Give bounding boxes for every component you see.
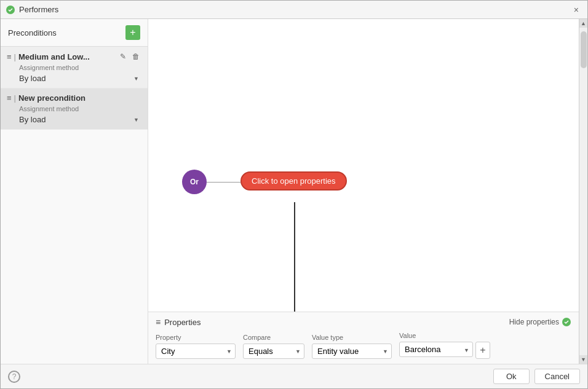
precondition-2-assignment-select[interactable]: By load By round-robin By skill — [19, 115, 82, 124]
value-type-select-wrapper: Entity value Static value — [312, 344, 392, 359]
canvas-main: Or Click to open properties — [148, 19, 579, 364]
hide-properties-label: Hide properties — [509, 318, 559, 326]
properties-node-label: Click to open properties — [252, 176, 336, 186]
precondition-item-2-header: ≡ | New precondition — [7, 93, 141, 103]
canvas-and-scroll: Or Click to open properties — [148, 19, 587, 364]
help-button[interactable]: ? — [8, 371, 20, 383]
precondition-1-assignment-label: Assignment method — [7, 64, 141, 71]
precondition-2-name: New precondition — [18, 93, 141, 103]
field-group-value: Value Barcelona Madrid Valencia + — [399, 332, 490, 359]
scroll-track — [579, 28, 588, 355]
title-bar: Performers × — [1, 1, 587, 19]
hide-properties-link[interactable]: Hide properties — [509, 317, 571, 327]
compare-select-wrapper: Equals Not equals Contains — [243, 344, 304, 359]
field-group-property: Property City Country Region — [156, 334, 236, 359]
sidebar-header: Preconditions + — [1, 19, 148, 47]
precondition-1-select-wrapper: By load By round-robin By skill — [19, 74, 141, 83]
window-title: Performers — [19, 5, 570, 14]
add-value-button[interactable]: + — [475, 342, 490, 359]
dialog-footer: ? Ok Cancel — [1, 364, 587, 388]
precondition-item-1-header: ≡ | Medium and Low... ✎ 🗑 — [7, 52, 141, 61]
or-node-label: Or — [190, 178, 199, 186]
precondition-1-name: Medium and Low... — [18, 52, 118, 61]
properties-panel-title: ≡ Properties — [156, 317, 201, 327]
compare-select[interactable]: Equals Not equals Contains — [243, 344, 304, 359]
property-label: Property — [156, 334, 236, 341]
precondition-1-icon: ≡ — [7, 52, 12, 61]
add-precondition-button[interactable]: + — [125, 25, 140, 40]
precondition-1-edit-button[interactable]: ✎ — [118, 52, 128, 61]
properties-panel-title-text: Properties — [164, 318, 201, 327]
value-type-label: Value type — [312, 334, 392, 341]
field-group-compare: Compare Equals Not equals Contains — [243, 334, 304, 359]
value-select[interactable]: Barcelona Madrid Valencia — [399, 342, 473, 357]
hide-properties-icon — [562, 317, 571, 327]
precondition-2-select-row: By load By round-robin By skill — [7, 115, 141, 124]
value-field-row: Barcelona Madrid Valencia + — [399, 342, 490, 359]
property-select[interactable]: City Country Region — [156, 344, 236, 359]
properties-node[interactable]: Click to open properties — [240, 171, 347, 191]
connector-line — [207, 182, 240, 183]
app-icon — [6, 5, 15, 15]
precondition-2-select-wrapper: By load By round-robin By skill — [19, 115, 141, 124]
footer-buttons: Ok Cancel — [493, 369, 580, 384]
precondition-1-delete-button[interactable]: 🗑 — [130, 52, 141, 61]
properties-panel: ≡ Properties Hide properties — [148, 312, 579, 364]
scrollbar: ▲ ▼ — [579, 19, 587, 364]
or-node[interactable]: Or — [182, 170, 207, 194]
precondition-1-actions: ✎ 🗑 — [118, 52, 141, 61]
sidebar: Preconditions + ≡ | Medium and Low... ✎ … — [1, 19, 148, 364]
precondition-1-divider: | — [14, 52, 16, 61]
precondition-item-1: ≡ | Medium and Low... ✎ 🗑 Assignment met… — [1, 47, 148, 88]
field-group-value-type: Value type Entity value Static value — [312, 334, 392, 359]
value-select-wrapper: Barcelona Madrid Valencia — [399, 342, 473, 359]
scroll-down-arrow[interactable]: ▼ — [579, 355, 588, 364]
precondition-1-assignment-select[interactable]: By load By round-robin By skill — [19, 74, 82, 83]
value-label: Value — [399, 332, 490, 339]
properties-panel-header: ≡ Properties Hide properties — [156, 317, 571, 327]
preconditions-title: Preconditions — [8, 28, 57, 37]
precondition-2-assignment-label: Assignment method — [7, 105, 141, 112]
close-button[interactable]: × — [570, 4, 582, 15]
dialog: Performers × Preconditions + ≡ | Medium … — [0, 0, 588, 389]
scroll-up-arrow[interactable]: ▲ — [579, 19, 588, 28]
precondition-2-divider: | — [14, 93, 16, 103]
ok-button[interactable]: Ok — [493, 369, 530, 384]
property-select-wrapper: City Country Region — [156, 344, 236, 359]
compare-label: Compare — [243, 334, 304, 341]
precondition-2-icon: ≡ — [7, 93, 12, 103]
precondition-1-select-row: By load By round-robin By skill — [7, 74, 141, 83]
precondition-item-2: ≡ | New precondition Assignment method B… — [1, 88, 148, 130]
scrollbar-thumb[interactable] — [581, 31, 587, 68]
main-content: Preconditions + ≡ | Medium and Low... ✎ … — [1, 19, 587, 364]
properties-fields: Property City Country Region — [156, 332, 571, 359]
value-type-select[interactable]: Entity value Static value — [312, 344, 392, 359]
properties-panel-icon: ≡ — [156, 317, 161, 327]
cancel-button[interactable]: Cancel — [534, 369, 580, 384]
